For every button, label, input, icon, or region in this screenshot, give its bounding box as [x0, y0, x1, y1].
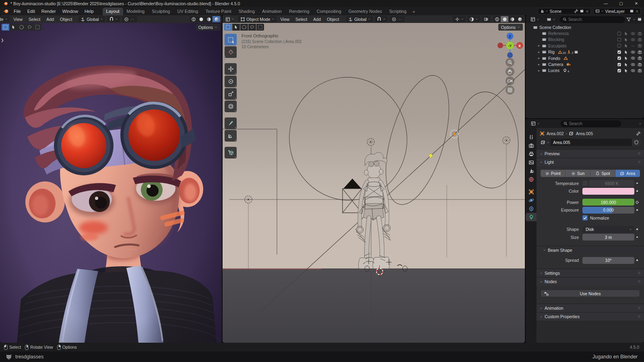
expand-arrow[interactable]: ▸: [537, 56, 541, 60]
workspace-tab-rendering[interactable]: Rendering: [285, 8, 313, 15]
transform-orientation[interactable]: Global: [78, 16, 105, 22]
select-mode-extend[interactable]: [34, 24, 41, 31]
properties-tab-object[interactable]: [526, 187, 537, 196]
region-collapse-arrow[interactable]: ❮: [223, 56, 226, 60]
chevron-down-icon[interactable]: [639, 122, 642, 125]
hide-eye-icon[interactable]: [631, 62, 635, 67]
expand-arrow[interactable]: ▸: [537, 44, 541, 47]
spread-slider[interactable]: 10°: [582, 257, 634, 264]
workspace-tab-modeling[interactable]: Modeling: [123, 8, 149, 15]
snap-toggle[interactable]: [375, 16, 388, 22]
hide-eye-icon[interactable]: [631, 68, 635, 73]
workspace-tab-layout[interactable]: Layout: [103, 8, 123, 15]
tool-select[interactable]: [225, 34, 237, 45]
checkbox-icon[interactable]: [617, 50, 621, 54]
shading-rendered[interactable]: [516, 16, 524, 22]
expand-arrow[interactable]: ▸: [537, 50, 541, 54]
tool-cursor[interactable]: [225, 46, 237, 58]
transform-orientation[interactable]: Global: [346, 16, 372, 22]
menu-select[interactable]: Select: [26, 17, 43, 22]
outliner-display-mode[interactable]: [528, 16, 541, 23]
tool-transform[interactable]: [225, 101, 237, 112]
menu-view[interactable]: View: [278, 17, 293, 22]
outliner-search[interactable]: Search: [560, 16, 625, 23]
editor-type-dropdown[interactable]: [223, 16, 236, 22]
render-visibility-icon[interactable]: [638, 43, 642, 48]
properties-search[interactable]: Search: [561, 121, 621, 127]
selectable-icon[interactable]: [624, 68, 628, 73]
select-mode-box[interactable]: [10, 24, 17, 31]
breadcrumb-object[interactable]: Area.002: [547, 131, 564, 136]
outliner-row-luces[interactable]: ▸Luces4: [526, 68, 644, 74]
pin-icon[interactable]: [636, 131, 641, 136]
select-mode-circle[interactable]: [18, 24, 25, 31]
workspace-tab-compositing[interactable]: Compositing: [313, 8, 345, 15]
render-visibility-icon[interactable]: [638, 31, 642, 36]
outliner-row-referencia[interactable]: Referencia: [526, 30, 644, 36]
outliner-row-esculpido[interactable]: ▸Esculpido: [526, 43, 644, 49]
hide-eye-closed-icon[interactable]: [631, 43, 635, 48]
selectable-icon[interactable]: [624, 43, 628, 48]
outliner-row-scene-collection[interactable]: Scene Collection: [526, 24, 644, 30]
panel-nodes[interactable]: Nodes⠿ Use Nodes: [537, 277, 644, 304]
checkbox-icon[interactable]: [617, 62, 621, 67]
panel-preview[interactable]: Preview⠿: [537, 149, 644, 158]
color-swatch[interactable]: [582, 188, 634, 195]
selectable-icon[interactable]: [624, 37, 628, 42]
tool-scale[interactable]: [225, 88, 237, 100]
exposure-slider[interactable]: 0.000: [582, 207, 634, 214]
new-collection-icon[interactable]: [637, 17, 642, 22]
select-mode-tweak[interactable]: [2, 24, 9, 31]
hide-eye-icon[interactable]: [631, 31, 635, 36]
options-dropdown[interactable]: Options: [196, 24, 220, 31]
keyframe-diamond-icon[interactable]: [636, 200, 639, 204]
select-mode-circle[interactable]: [240, 24, 248, 31]
snap-toggle[interactable]: [107, 16, 120, 22]
render-visibility-icon[interactable]: [638, 68, 642, 73]
menu-view[interactable]: View: [11, 17, 26, 22]
expand-arrow[interactable]: ▸: [537, 63, 541, 66]
shading-solid[interactable]: [501, 16, 508, 22]
checkbox-icon[interactable]: [617, 31, 621, 36]
selectable-icon[interactable]: [624, 62, 628, 67]
menu-edit[interactable]: Edit: [24, 9, 38, 14]
menu-file[interactable]: File: [10, 9, 24, 14]
render-visibility-icon[interactable]: [638, 56, 642, 60]
options-dropdown[interactable]: Options: [498, 24, 523, 31]
viewport-rendered[interactable]: ode View Select Add Object Global Option…: [0, 15, 222, 343]
shading-wireframe[interactable]: [493, 16, 501, 22]
checkbox-icon[interactable]: [617, 43, 621, 48]
shading-solid[interactable]: [197, 16, 205, 22]
shape-dropdown[interactable]: Disk: [582, 226, 634, 233]
workspace-tab-uv-editing[interactable]: UV Editing: [173, 8, 202, 15]
viewlayer-selector[interactable]: ViewLayer ✕: [593, 8, 641, 14]
render-visibility-icon[interactable]: [638, 50, 642, 54]
workspace-tab-shading[interactable]: Shading: [235, 8, 258, 15]
render-visibility-icon[interactable]: [638, 37, 642, 42]
gizmos-toggle[interactable]: [453, 16, 466, 22]
proportional-editing[interactable]: [390, 16, 405, 22]
select-mode-box[interactable]: [232, 24, 240, 31]
outliner-row-fondo[interactable]: ▸Fondo: [526, 55, 644, 61]
fake-user-shield-icon[interactable]: [634, 140, 639, 145]
xray-toggle[interactable]: [482, 16, 491, 22]
tool-measure[interactable]: [225, 130, 237, 142]
selectable-icon[interactable]: [624, 31, 628, 36]
workspace-tab-sculpting[interactable]: Sculpting: [148, 8, 173, 15]
close-button[interactable]: ✕: [629, 1, 644, 6]
checkbox-icon[interactable]: [617, 56, 621, 60]
select-mode-lasso[interactable]: [248, 24, 256, 31]
panel-custom-properties[interactable]: Custom Properties⠿: [537, 312, 644, 321]
menu-render[interactable]: Render: [38, 9, 59, 14]
properties-tab-object-data[interactable]: [526, 213, 537, 221]
mode-dropdown-clipped[interactable]: ode: [0, 16, 10, 22]
proportional-editing[interactable]: [122, 16, 137, 22]
properties-tab-scene[interactable]: [526, 167, 537, 175]
hide-eye-icon[interactable]: [631, 56, 635, 60]
filter-funnel-icon[interactable]: [626, 17, 631, 22]
checkbox-icon[interactable]: [617, 37, 621, 42]
panel-animation[interactable]: Animation⠿: [537, 304, 644, 312]
menu-select[interactable]: Select: [293, 17, 310, 22]
temperature-slider[interactable]: 6500 K: [589, 180, 634, 187]
tool-add-cube[interactable]: [225, 147, 237, 158]
